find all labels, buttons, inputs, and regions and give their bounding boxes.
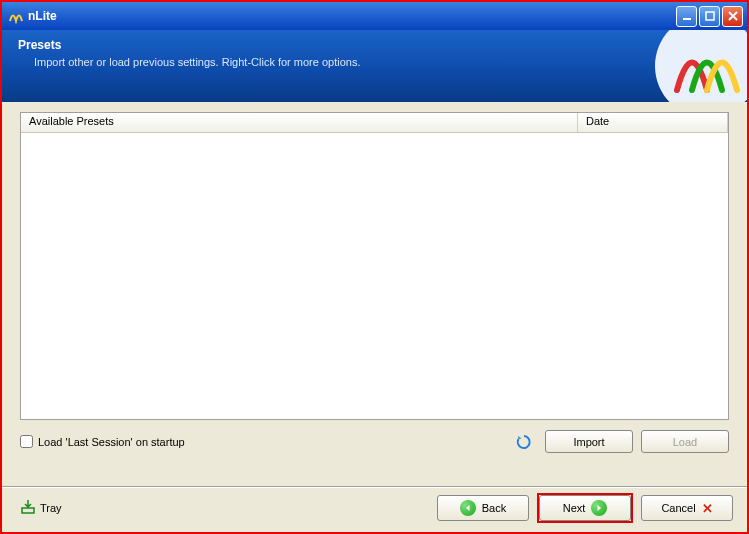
load-button: Load: [641, 430, 729, 453]
load-last-session-label[interactable]: Load 'Last Session' on startup: [38, 436, 185, 448]
presets-listview[interactable]: Available Presets Date: [20, 112, 729, 420]
list-body[interactable]: [21, 133, 728, 419]
cancel-button[interactable]: Cancel ✕: [641, 495, 733, 521]
import-button[interactable]: Import: [545, 430, 633, 453]
header-title: Presets: [18, 38, 731, 52]
header-description: Import other or load previous settings. …: [34, 56, 731, 68]
close-x-icon: ✕: [702, 501, 713, 516]
footer: Tray Back Next Cancel ✕: [2, 488, 747, 528]
tray-label: Tray: [40, 502, 62, 514]
minimize-button[interactable]: [676, 6, 697, 27]
list-header: Available Presets Date: [21, 113, 728, 133]
arrow-right-icon: [591, 500, 607, 516]
cancel-label: Cancel: [661, 502, 695, 514]
title-bar: nLite: [2, 2, 747, 30]
maximize-button[interactable]: [699, 6, 720, 27]
tray-icon: [20, 499, 36, 517]
load-last-session-checkbox[interactable]: [20, 435, 33, 448]
close-button[interactable]: [722, 6, 743, 27]
content-area: Available Presets Date Load 'Last Sessio…: [2, 102, 747, 472]
back-button[interactable]: Back: [437, 495, 529, 521]
app-icon: [8, 8, 24, 24]
wizard-header: Presets Import other or load previous se…: [2, 30, 747, 102]
svg-rect-5: [22, 508, 34, 513]
back-label: Back: [482, 502, 506, 514]
refresh-icon[interactable]: [515, 433, 533, 451]
arrow-left-icon: [460, 500, 476, 516]
tray-button[interactable]: Tray: [16, 497, 66, 519]
svg-rect-1: [706, 12, 714, 20]
next-label: Next: [563, 502, 586, 514]
next-button[interactable]: Next: [539, 495, 631, 521]
column-date[interactable]: Date: [578, 113, 728, 132]
nlite-logo-icon: [637, 30, 747, 102]
next-button-highlight: Next: [537, 493, 633, 523]
column-available-presets[interactable]: Available Presets: [21, 113, 578, 132]
window-title: nLite: [28, 9, 676, 23]
